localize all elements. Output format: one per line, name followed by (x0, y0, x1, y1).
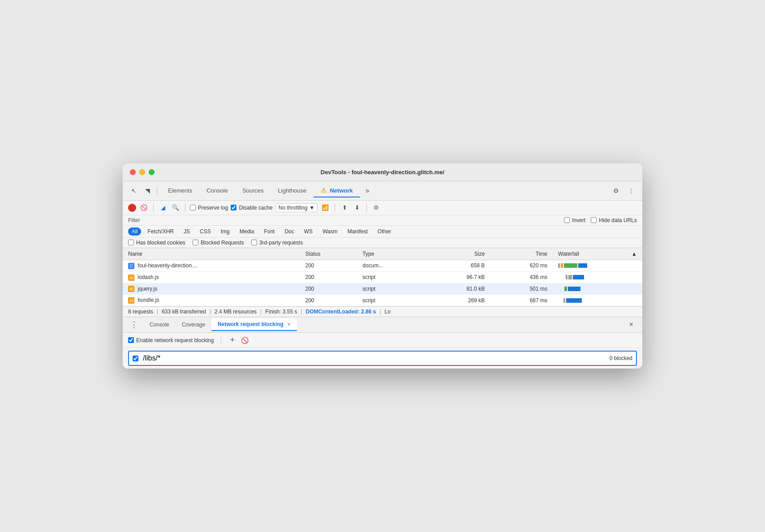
sep5: | (379, 309, 381, 315)
preserve-log-checkbox[interactable] (190, 205, 196, 210)
close-tab-icon[interactable]: × (288, 322, 290, 327)
tab-sources[interactable]: Sources (235, 184, 271, 197)
cell-name: ☷ foul-heavenly-direction.... (123, 260, 300, 271)
type-btn-manifest[interactable]: Manifest (344, 227, 371, 236)
maximize-button[interactable] (149, 169, 155, 175)
network-table-container: Name Status Type Size Time Waterfall ▲ ☷… (123, 248, 642, 306)
type-btn-doc[interactable]: Doc (281, 227, 297, 236)
status-bar: 8 requests | 633 kB transferred | 2.4 MB… (123, 306, 642, 317)
wf-wait-seg (564, 263, 577, 268)
load-text: Lo (385, 309, 391, 315)
warning-icon: ⚠ (321, 187, 327, 194)
type-btn-font[interactable]: Font (260, 227, 278, 236)
table-row[interactable]: JS bundle.js 200 script 269 kB 687 ms (123, 295, 642, 306)
type-btn-media[interactable]: Media (236, 227, 258, 236)
bottom-tab-coverage[interactable]: Coverage (176, 319, 211, 330)
type-btn-fetchxhr[interactable]: Fetch/XHR (144, 227, 177, 236)
close-panel-button[interactable]: × (626, 319, 637, 330)
add-pattern-button[interactable]: + (228, 335, 237, 345)
pointer-icon[interactable]: ↖ (128, 185, 140, 197)
disable-cache-label[interactable]: Disable cache (231, 205, 272, 211)
type-btn-other[interactable]: Other (374, 227, 395, 236)
col-type[interactable]: Type (357, 248, 426, 260)
close-button[interactable] (130, 169, 136, 175)
has-blocked-cookies-checkbox[interactable] (128, 240, 134, 245)
separator (335, 204, 335, 212)
invert-label[interactable]: Invert (564, 217, 585, 223)
doc-icon: ☷ (128, 263, 134, 269)
cell-type: script (357, 295, 426, 306)
throttling-select[interactable]: No throttling ▼ (275, 203, 318, 212)
tab-console[interactable]: Console (199, 184, 235, 197)
network-toolbar: 🚫 ◢ 🔍 Preserve log Disable cache No thro… (123, 201, 642, 215)
download-icon[interactable]: ⬇ (352, 203, 362, 213)
type-btn-ws[interactable]: WS (301, 227, 316, 236)
wifi-icon[interactable]: 📶 (320, 203, 330, 213)
col-name[interactable]: Name (123, 248, 300, 260)
resources-size: 2.4 MB resources (215, 309, 257, 315)
cell-time: 436 ms (490, 271, 553, 283)
type-btn-wasm[interactable]: Wasm (319, 227, 341, 236)
bottom-tab-console[interactable]: Console (143, 319, 176, 330)
waterfall-bar (558, 286, 637, 292)
hide-data-urls-label[interactable]: Hide data URLs (591, 217, 637, 223)
blocked-requests-label[interactable]: Blocked Requests (193, 240, 244, 246)
invert-checkbox[interactable] (564, 217, 570, 223)
enable-blocking-checkbox[interactable] (128, 337, 134, 343)
has-blocked-cookies-label[interactable]: Has blocked cookies (128, 240, 185, 246)
third-party-checkbox[interactable] (251, 240, 257, 245)
col-status[interactable]: Status (300, 248, 357, 260)
enable-blocking-label[interactable]: Enable network request blocking (128, 337, 214, 343)
wf-receive-seg (578, 263, 587, 268)
blocking-item-checkbox[interactable] (133, 356, 138, 361)
col-time[interactable]: Time (490, 248, 553, 260)
tab-network[interactable]: ⚠ Network (314, 184, 360, 197)
blocked-requests-checkbox[interactable] (193, 240, 198, 245)
table-row[interactable]: JS lodash.js 200 script 96.7 kB 436 ms (123, 271, 642, 283)
panel-menu-icon[interactable]: ⋮ (128, 317, 140, 332)
col-waterfall[interactable]: Waterfall ▲ (553, 248, 642, 260)
disable-cache-checkbox[interactable] (231, 205, 236, 210)
cell-name: JS lodash.js (123, 271, 300, 283)
filter-icon[interactable]: ◢ (158, 203, 168, 213)
sep1: | (157, 309, 158, 315)
chevron-down-icon: ▼ (309, 205, 314, 211)
tab-elements[interactable]: Elements (161, 184, 199, 197)
third-party-label[interactable]: 3rd-party requests (251, 240, 303, 246)
search-icon[interactable]: 🔍 (171, 203, 181, 213)
sort-asc-icon: ▲ (632, 251, 637, 257)
blocking-item[interactable]: /libs/* 0 blocked (128, 351, 637, 366)
settings-icon[interactable]: ⚙ (610, 185, 622, 197)
separator (153, 204, 154, 212)
type-btn-img[interactable]: Img (217, 227, 233, 236)
device-icon[interactable]: ◥ (142, 185, 153, 197)
col-size[interactable]: Size (426, 248, 490, 260)
table-header: Name Status Type Size Time Waterfall ▲ (123, 248, 642, 260)
cell-size: 658 B (426, 260, 490, 271)
cell-time: 620 ms (490, 260, 553, 271)
dom-content-loaded: DOMContentLoaded: 2.86 s (306, 309, 376, 315)
type-btn-all[interactable]: All (128, 227, 141, 236)
wf-dns-seg (558, 263, 560, 268)
hide-data-urls-checkbox[interactable] (591, 217, 597, 223)
filter-row: Filter Invert Hide data URLs (123, 215, 642, 226)
type-btn-js[interactable]: JS (180, 227, 193, 236)
minimize-button[interactable] (139, 169, 145, 175)
table-row[interactable]: JS jquery.js 200 script 81.0 kB 501 ms (123, 283, 642, 295)
type-btn-css[interactable]: CSS (196, 227, 215, 236)
table-row[interactable]: ☷ foul-heavenly-direction.... 200 docum.… (123, 260, 642, 271)
preserve-log-label[interactable]: Preserve log (190, 205, 228, 211)
tab-lighthouse[interactable]: Lighthouse (271, 184, 314, 197)
bottom-tab-network-blocking[interactable]: Network request blocking × (211, 318, 297, 331)
upload-icon[interactable]: ⬆ (340, 203, 349, 213)
cell-time: 501 ms (490, 283, 553, 295)
blocking-toolbar: Enable network request blocking | + 🚫 (123, 333, 642, 348)
tab-settings-area: ⚙ ⋮ (610, 185, 637, 197)
record-button[interactable] (128, 204, 136, 212)
cell-size: 269 kB (426, 295, 490, 306)
network-settings-icon[interactable]: ⚙ (371, 203, 381, 213)
clear-icon[interactable]: 🚫 (139, 203, 149, 213)
more-tabs-button[interactable]: » (362, 185, 373, 197)
more-options-icon[interactable]: ⋮ (625, 185, 637, 197)
remove-icon[interactable]: 🚫 (241, 337, 249, 344)
